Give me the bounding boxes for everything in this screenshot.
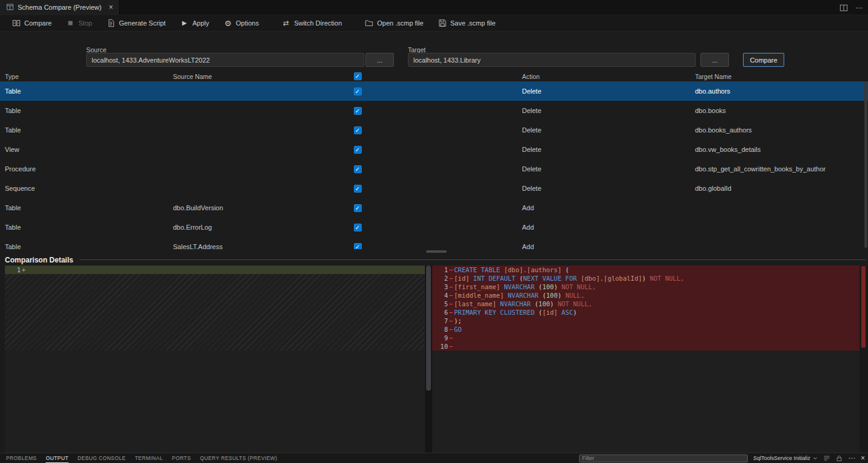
stop-button[interactable]: Stop bbox=[59, 15, 100, 31]
row-action: Delete bbox=[522, 126, 695, 134]
lock-icon[interactable] bbox=[836, 455, 843, 462]
tab-schema-compare[interactable]: Schema Compare (Preview) × bbox=[0, 0, 120, 15]
row-checkbox[interactable]: ✓ bbox=[354, 87, 362, 95]
diff-left-lines: 1+ bbox=[5, 266, 425, 274]
panel-actions: SqlToolsService Initializ ⋯ × bbox=[579, 453, 865, 463]
filter-input[interactable] bbox=[579, 454, 748, 462]
splitter-handle[interactable] bbox=[426, 250, 447, 253]
chevron-down-icon bbox=[813, 456, 818, 461]
row-target-name: dbo.authors bbox=[695, 87, 868, 95]
table-row[interactable]: Table✓Deletedbo.books bbox=[0, 101, 868, 120]
more-actions-icon[interactable]: ⋯ bbox=[855, 4, 863, 12]
diff-left-pane[interactable]: 1+ bbox=[5, 266, 425, 453]
options-button[interactable]: ⚙Options bbox=[216, 15, 266, 31]
generate-script-button[interactable]: Generate Script bbox=[100, 15, 173, 31]
panel-tab-query-results-preview[interactable]: QUERY RESULTS (PREVIEW) bbox=[200, 453, 277, 463]
source-input[interactable]: localhost, 1433.AdventureWorksLT2022 bbox=[86, 53, 364, 67]
diff-remove-sign: − bbox=[448, 308, 454, 317]
panel-tab-problems[interactable]: PROBLEMS bbox=[6, 453, 36, 463]
row-checkbox[interactable]: ✓ bbox=[354, 224, 362, 231]
generate-script-label: Generate Script bbox=[119, 19, 166, 27]
header-source-name[interactable]: Source Name bbox=[173, 73, 350, 80]
switch-icon: ⇄ bbox=[282, 19, 290, 27]
header-target-name[interactable]: Target Name bbox=[695, 73, 868, 80]
diff-inserted-line: 1+ bbox=[5, 266, 425, 274]
row-action: Add bbox=[522, 243, 695, 249]
panel-more-icon[interactable]: ⋯ bbox=[848, 454, 855, 462]
panel-close-icon[interactable]: × bbox=[861, 454, 865, 462]
diff-removed-line: 8−GO bbox=[432, 325, 860, 334]
line-number: 8 bbox=[432, 325, 448, 334]
target-input[interactable]: localhost, 1433.Library bbox=[408, 53, 696, 67]
diff-removed-line: 1−CREATE TABLE [dbo].[authors] ( bbox=[432, 266, 860, 274]
tab-close-icon[interactable]: × bbox=[109, 3, 113, 12]
line-number: 9 bbox=[432, 334, 448, 342]
tab-title: Schema Compare (Preview) bbox=[18, 4, 101, 11]
switch-direction-label: Switch Direction bbox=[294, 19, 342, 27]
header-action[interactable]: Action bbox=[522, 73, 695, 80]
row-include-cell: ✓ bbox=[350, 107, 365, 115]
line-code bbox=[454, 334, 860, 342]
row-action: Add bbox=[522, 204, 695, 211]
line-code: PRIMARY KEY CLUSTERED ([id] ASC) bbox=[454, 308, 860, 317]
panel-tab-ports[interactable]: PORTS bbox=[172, 453, 191, 463]
row-include-cell: ✓ bbox=[350, 87, 365, 95]
table-row[interactable]: Tabledbo.ErrorLog✓Add bbox=[0, 218, 868, 237]
open-scmp-button[interactable]: Open .scmp file bbox=[358, 15, 430, 31]
row-checkbox[interactable]: ✓ bbox=[354, 146, 362, 154]
panel-tab-output[interactable]: OUTPUT bbox=[46, 453, 68, 463]
header-type[interactable]: Type bbox=[0, 73, 173, 80]
apply-button[interactable]: ▶Apply bbox=[173, 15, 217, 31]
row-checkbox[interactable]: ✓ bbox=[354, 243, 362, 250]
row-type: Table bbox=[0, 243, 173, 249]
table-row[interactable]: TableSalesLT.Address✓Add bbox=[0, 237, 868, 249]
word-wrap-icon[interactable] bbox=[823, 454, 830, 462]
save-scmp-button[interactable]: Save .scmp file bbox=[431, 15, 503, 31]
row-checkbox[interactable]: ✓ bbox=[354, 107, 362, 115]
grid-scrollbar[interactable] bbox=[864, 81, 867, 248]
line-number: 7 bbox=[432, 317, 448, 325]
panel-tab-terminal[interactable]: TERMINAL bbox=[135, 453, 163, 463]
panel-tab-debug-console[interactable]: DEBUG CONSOLE bbox=[78, 453, 126, 463]
comparison-details-header: Comparison Details bbox=[0, 254, 868, 266]
switch-direction-button[interactable]: ⇄Switch Direction bbox=[274, 15, 349, 31]
overview-ruler[interactable] bbox=[860, 266, 868, 453]
source-browse-button[interactable]: ... bbox=[365, 53, 394, 67]
row-type: Sequence bbox=[0, 185, 173, 192]
diff-left-scrollbar[interactable] bbox=[425, 266, 432, 453]
splitter[interactable] bbox=[0, 249, 868, 254]
diff-remove-sign: − bbox=[448, 274, 454, 283]
compare-label: Compare bbox=[24, 19, 52, 27]
row-type: Table bbox=[0, 107, 173, 114]
table-row[interactable]: Tabledbo.BuildVersion✓Add bbox=[0, 198, 868, 218]
table-row[interactable]: Table✓Deletedbo.authors bbox=[0, 81, 868, 101]
gear-icon: ⚙ bbox=[223, 19, 232, 27]
compare-button[interactable]: Compare bbox=[5, 15, 59, 31]
grid-rows: Table✓Deletedbo.authorsTable✓Deletedbo.b… bbox=[0, 81, 868, 249]
row-checkbox[interactable]: ✓ bbox=[354, 126, 362, 134]
output-channel-select[interactable]: SqlToolsService Initializ bbox=[753, 455, 818, 461]
row-action: Add bbox=[522, 224, 695, 231]
diff-remove-sign: − bbox=[448, 266, 454, 274]
row-checkbox[interactable]: ✓ bbox=[354, 185, 362, 193]
split-editor-icon[interactable] bbox=[839, 4, 848, 12]
overview-removed-marker bbox=[861, 266, 866, 348]
row-checkbox[interactable]: ✓ bbox=[354, 204, 362, 212]
diff-right-pane[interactable]: 1−CREATE TABLE [dbo].[authors] (2−[id] I… bbox=[432, 266, 860, 453]
diff-removed-line: 4−[middle_name] NVARCHAR (100) NULL, bbox=[432, 291, 860, 300]
table-row[interactable]: Sequence✓Deletedbo.globalId bbox=[0, 179, 868, 198]
table-row[interactable]: View✓Deletedbo.vw_books_details bbox=[0, 140, 868, 159]
compare-icon bbox=[12, 19, 21, 27]
target-browse-button[interactable]: ... bbox=[700, 53, 729, 67]
diff-removed-line: 3−[first_name] NVARCHAR (100) NOT NULL, bbox=[432, 283, 860, 291]
compare-run-button[interactable]: Compare bbox=[743, 53, 784, 67]
row-checkbox[interactable]: ✓ bbox=[354, 165, 362, 173]
line-code: [last_name] NVARCHAR (100) NOT NULL, bbox=[454, 300, 860, 308]
row-type: View bbox=[0, 146, 173, 153]
header-checkbox[interactable]: ✓ bbox=[354, 72, 362, 80]
row-include-cell: ✓ bbox=[350, 126, 365, 134]
table-row[interactable]: Table✓Deletedbo.books_authors bbox=[0, 120, 868, 140]
scrollbar-thumb[interactable] bbox=[426, 266, 431, 391]
table-row[interactable]: Procedure✓Deletedbo.stp_get_all_cowritte… bbox=[0, 159, 868, 179]
panel-tabs: PROBLEMSOUTPUTDEBUG CONSOLETERMINALPORTS… bbox=[6, 453, 277, 463]
